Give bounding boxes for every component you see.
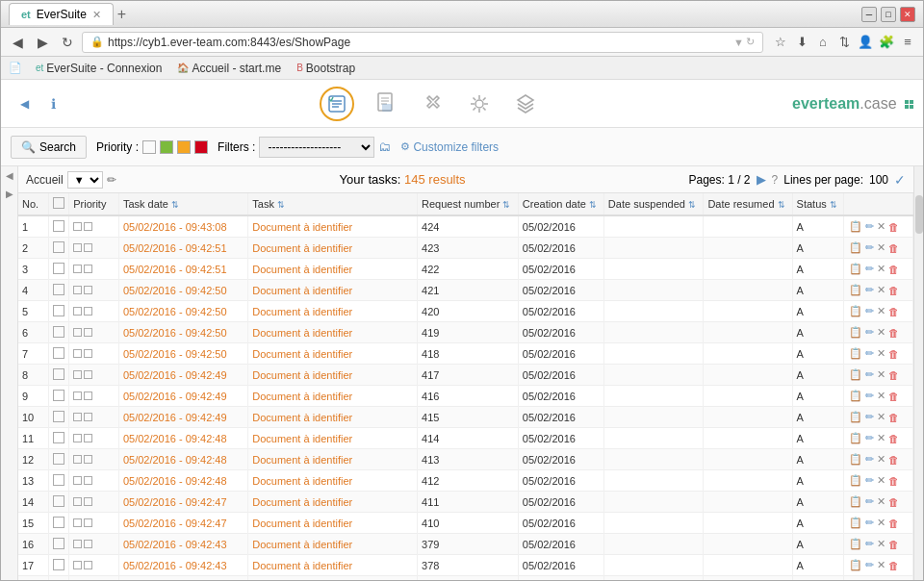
action-delete-icon[interactable]: 🗑 — [887, 474, 900, 488]
forward-button[interactable]: ▶ — [32, 32, 53, 53]
action-close-icon[interactable]: ✕ — [876, 452, 886, 467]
action-view-icon[interactable]: 📋 — [848, 558, 863, 572]
action-edit-icon[interactable]: ✏ — [864, 410, 875, 424]
action-edit-icon[interactable]: ✏ — [864, 494, 875, 509]
action-view-icon[interactable]: 📋 — [848, 494, 863, 509]
scrollbar[interactable] — [913, 166, 923, 580]
action-view-icon[interactable]: 📋 — [848, 262, 863, 276]
maximize-button[interactable]: □ — [881, 7, 896, 22]
cell-checkbox[interactable] — [48, 215, 69, 238]
cell-checkbox[interactable] — [48, 534, 69, 555]
cell-task[interactable]: Document à identifier — [248, 238, 418, 259]
cell-checkbox[interactable] — [48, 238, 69, 259]
action-close-icon[interactable]: ✕ — [876, 325, 886, 340]
cell-task[interactable]: Document à identifier — [248, 301, 418, 322]
confirm-icon[interactable]: ✓ — [894, 172, 906, 188]
cell-task[interactable]: Document à identifier — [248, 576, 418, 581]
cell-checkbox[interactable] — [48, 259, 69, 280]
cell-actions[interactable]: 📋 ✏ ✕ 🗑 — [843, 365, 912, 386]
cell-checkbox[interactable] — [48, 449, 69, 470]
col-checkbox[interactable] — [48, 193, 69, 215]
menu-icon[interactable]: ≡ — [898, 33, 917, 52]
col-date-resumed[interactable]: Date resumed ⇅ — [704, 193, 792, 215]
cell-actions[interactable]: 📋 ✏ ✕ 🗑 — [843, 407, 912, 428]
cell-actions[interactable]: 📋 ✏ ✕ 🗑 — [843, 534, 912, 555]
col-task-date[interactable]: Task date ⇅ — [118, 193, 247, 215]
bookmark-eversuite[interactable]: et EverSuite - Connexion — [32, 60, 166, 77]
action-view-icon[interactable]: 📋 — [848, 389, 863, 403]
action-delete-icon[interactable]: 🗑 — [887, 263, 900, 276]
cell-actions[interactable]: 📋 ✏ ✕ 🗑 — [843, 576, 912, 581]
action-close-icon[interactable]: ✕ — [876, 494, 886, 509]
cell-task[interactable]: Document à identifier — [248, 492, 418, 513]
cell-checkbox[interactable] — [48, 343, 69, 365]
action-delete-icon[interactable]: 🗑 — [887, 559, 900, 572]
action-delete-icon[interactable]: 🗑 — [887, 580, 900, 581]
action-view-icon[interactable]: 📋 — [848, 283, 863, 297]
action-delete-icon[interactable]: 🗑 — [887, 305, 900, 318]
cell-task[interactable]: Document à identifier — [248, 534, 418, 555]
folder-action-icon[interactable]: ✏ — [107, 173, 116, 187]
cell-checkbox[interactable] — [48, 365, 69, 386]
profile-icon[interactable]: 👤 — [856, 33, 875, 52]
cell-actions[interactable]: 📋 ✏ ✕ 🗑 — [843, 215, 912, 238]
action-delete-icon[interactable]: 🗑 — [887, 538, 900, 551]
cell-task[interactable]: Document à identifier — [248, 555, 418, 576]
action-view-icon[interactable]: 📋 — [848, 325, 863, 340]
action-close-icon[interactable]: ✕ — [876, 367, 886, 382]
action-edit-icon[interactable]: ✏ — [864, 389, 875, 403]
cell-task[interactable]: Document à identifier — [248, 386, 418, 407]
cell-checkbox[interactable] — [48, 492, 69, 513]
col-creation-date[interactable]: Creation date ⇅ — [518, 193, 603, 215]
cell-task[interactable]: Document à identifier — [248, 259, 418, 280]
back-button[interactable]: ◀ — [7, 32, 28, 53]
table-wrapper[interactable]: No. Priority Task date ⇅ Task ⇅ Request … — [18, 193, 913, 580]
action-view-icon[interactable]: 📋 — [848, 410, 863, 424]
action-view-icon[interactable]: 📋 — [848, 452, 863, 467]
action-close-icon[interactable]: ✕ — [876, 516, 886, 530]
action-delete-icon[interactable]: 🗑 — [887, 347, 900, 361]
cell-task[interactable]: Document à identifier — [248, 513, 418, 534]
sidebar-collapse-icon[interactable]: ◀ — [6, 170, 13, 181]
action-view-icon[interactable]: 📋 — [848, 537, 863, 551]
tab-close-button[interactable]: ✕ — [92, 9, 101, 21]
action-edit-icon[interactable]: ✏ — [864, 283, 875, 297]
action-close-icon[interactable]: ✕ — [876, 431, 886, 445]
action-close-icon[interactable]: ✕ — [876, 579, 886, 580]
cell-actions[interactable]: 📋 ✏ ✕ 🗑 — [843, 343, 912, 365]
cell-actions[interactable]: 📋 ✏ ✕ 🗑 — [843, 322, 912, 343]
priority-orange[interactable] — [177, 140, 191, 154]
action-edit-icon[interactable]: ✏ — [864, 473, 875, 488]
cell-actions[interactable]: 📋 ✏ ✕ 🗑 — [843, 470, 912, 492]
browser-tab[interactable]: et EverSuite ✕ — [9, 3, 114, 25]
new-tab-button[interactable]: + — [117, 6, 126, 23]
cell-checkbox[interactable] — [48, 428, 69, 449]
cell-actions[interactable]: 📋 ✏ ✕ 🗑 — [843, 280, 912, 301]
action-edit-icon[interactable]: ✏ — [864, 452, 875, 467]
action-edit-icon[interactable]: ✏ — [864, 240, 875, 255]
action-edit-icon[interactable]: ✏ — [864, 219, 875, 234]
action-view-icon[interactable]: 📋 — [848, 219, 863, 234]
action-close-icon[interactable]: ✕ — [876, 537, 886, 551]
action-close-icon[interactable]: ✕ — [876, 473, 886, 488]
priority-red[interactable] — [194, 140, 208, 154]
action-delete-icon[interactable]: 🗑 — [887, 220, 900, 234]
action-edit-icon[interactable]: ✏ — [864, 325, 875, 340]
action-close-icon[interactable]: ✕ — [876, 346, 886, 361]
action-close-icon[interactable]: ✕ — [876, 558, 886, 572]
filter-apply-icon[interactable]: 🗂 — [378, 139, 391, 154]
cell-actions[interactable]: 📋 ✏ ✕ 🗑 — [843, 238, 912, 259]
priority-green[interactable] — [160, 140, 173, 154]
action-view-icon[interactable]: 📋 — [848, 346, 863, 361]
extension-icon[interactable]: 🧩 — [877, 33, 896, 52]
url-input[interactable] — [108, 36, 730, 49]
settings-tool-icon[interactable] — [466, 90, 493, 117]
docs-tool-icon[interactable] — [373, 90, 400, 117]
cell-checkbox[interactable] — [48, 513, 69, 534]
cell-checkbox[interactable] — [48, 322, 69, 343]
action-view-icon[interactable]: 📋 — [848, 516, 863, 530]
bookmark-bootstrap[interactable]: B Bootstrap — [293, 60, 359, 77]
action-delete-icon[interactable]: 🗑 — [887, 284, 900, 297]
action-delete-icon[interactable]: 🗑 — [887, 517, 900, 530]
action-close-icon[interactable]: ✕ — [876, 304, 886, 318]
